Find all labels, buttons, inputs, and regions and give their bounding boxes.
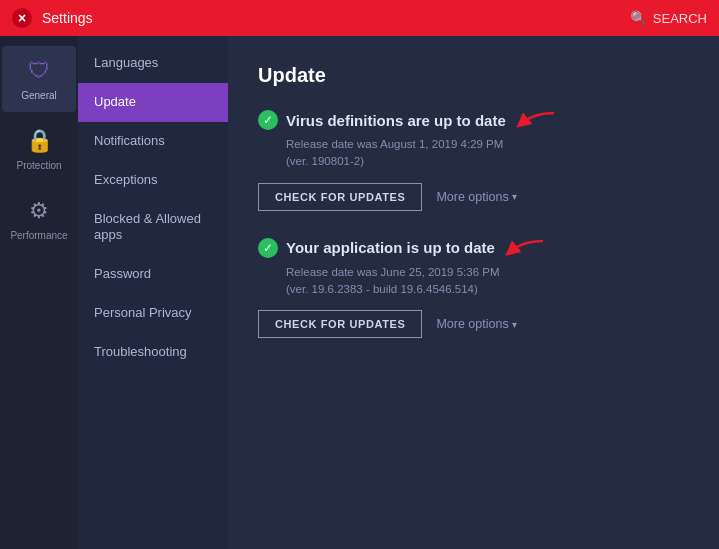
nav-notifications[interactable]: Notifications bbox=[78, 122, 228, 161]
title-bar: × Settings 🔍 SEARCH bbox=[0, 0, 719, 36]
performance-icon: ⚙ bbox=[29, 198, 49, 224]
general-icon: 🛡 bbox=[28, 58, 50, 84]
application-header: ✓ Your application is up to date bbox=[258, 237, 689, 259]
sidebar-item-general[interactable]: 🛡 General bbox=[2, 46, 76, 112]
icon-sidebar: 🛡 General 🔒 Protection ⚙ Performance bbox=[0, 36, 78, 549]
application-title: Your application is up to date bbox=[286, 239, 495, 256]
page-title: Update bbox=[258, 64, 689, 87]
close-button[interactable]: × bbox=[12, 8, 32, 28]
sidebar-label-general: General bbox=[21, 90, 57, 102]
nav-languages[interactable]: Languages bbox=[78, 44, 228, 83]
check-updates-btn-2[interactable]: CHECK FOR UPDATES bbox=[258, 310, 422, 338]
content-area: Update ✓ Virus definitions are up to dat… bbox=[228, 36, 719, 549]
search-area[interactable]: 🔍 SEARCH bbox=[630, 10, 707, 26]
app-title: Settings bbox=[42, 10, 93, 26]
sidebar-item-performance[interactable]: ⚙ Performance bbox=[2, 186, 76, 252]
virus-defs-subtitle2: (ver. 190801-2) bbox=[286, 153, 689, 170]
red-arrow-2 bbox=[503, 237, 551, 259]
sidebar-item-protection[interactable]: 🔒 Protection bbox=[2, 116, 76, 182]
nav-troubleshooting[interactable]: Troubleshooting bbox=[78, 333, 228, 372]
red-arrow-1 bbox=[514, 109, 562, 131]
virus-defs-header: ✓ Virus definitions are up to date bbox=[258, 109, 689, 131]
virus-defs-subtitle1: Release date was August 1, 2019 4:29 PM bbox=[286, 136, 689, 153]
mid-nav: Languages Update Notifications Exception… bbox=[78, 36, 228, 549]
more-options-label-1: More options bbox=[436, 190, 508, 204]
application-card: ✓ Your application is up to date Release… bbox=[258, 237, 689, 339]
sidebar-label-performance: Performance bbox=[10, 230, 67, 242]
title-bar-left: × Settings bbox=[12, 8, 93, 28]
sidebar-label-protection: Protection bbox=[16, 160, 61, 172]
application-actions: CHECK FOR UPDATES More options ▾ bbox=[258, 310, 689, 338]
application-subtitle1: Release date was June 25, 2019 5:36 PM bbox=[286, 264, 689, 281]
chevron-down-icon-2: ▾ bbox=[512, 319, 517, 330]
virus-defs-actions: CHECK FOR UPDATES More options ▾ bbox=[258, 183, 689, 211]
virus-defs-title: Virus definitions are up to date bbox=[286, 112, 506, 129]
more-options-link-1[interactable]: More options ▾ bbox=[436, 190, 516, 204]
more-options-label-2: More options bbox=[436, 317, 508, 331]
nav-password[interactable]: Password bbox=[78, 255, 228, 294]
virus-defs-card: ✓ Virus definitions are up to date Relea… bbox=[258, 109, 689, 211]
check-icon-virus: ✓ bbox=[258, 110, 278, 130]
main-layout: 🛡 General 🔒 Protection ⚙ Performance Lan… bbox=[0, 36, 719, 549]
check-updates-btn-1[interactable]: CHECK FOR UPDATES bbox=[258, 183, 422, 211]
search-label: SEARCH bbox=[653, 11, 707, 26]
nav-update[interactable]: Update bbox=[78, 83, 228, 122]
more-options-link-2[interactable]: More options ▾ bbox=[436, 317, 516, 331]
search-icon: 🔍 bbox=[630, 10, 647, 26]
protection-icon: 🔒 bbox=[26, 128, 53, 154]
nav-exceptions[interactable]: Exceptions bbox=[78, 161, 228, 200]
check-icon-app: ✓ bbox=[258, 238, 278, 258]
application-subtitle2: (ver. 19.6.2383 - build 19.6.4546.514) bbox=[286, 281, 689, 298]
chevron-down-icon-1: ▾ bbox=[512, 191, 517, 202]
nav-blocked-allowed[interactable]: Blocked & Allowed apps bbox=[78, 200, 228, 256]
nav-personal-privacy[interactable]: Personal Privacy bbox=[78, 294, 228, 333]
